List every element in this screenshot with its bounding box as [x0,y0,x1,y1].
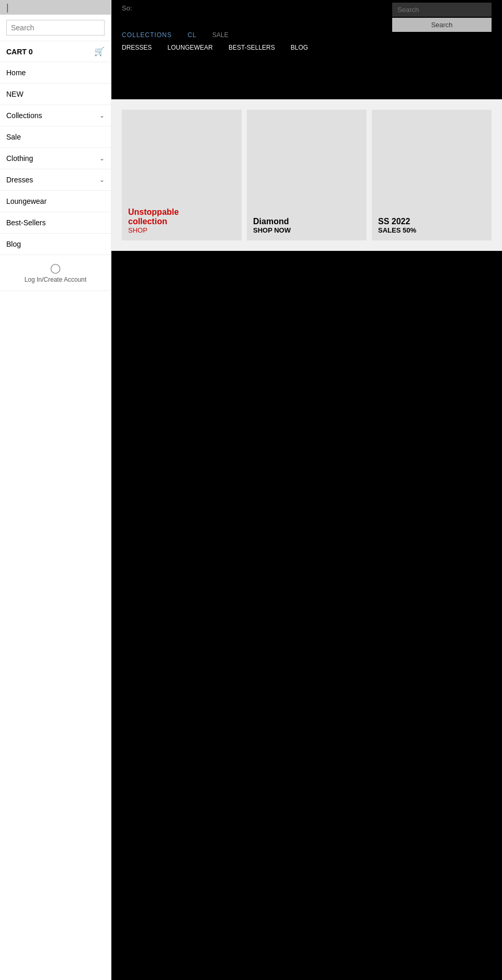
sidebar-item-label: Home [6,68,26,77]
main-content: So: Search COLLECTIONS CL SALE DRESSES L… [111,0,502,980]
nav-link-collections[interactable]: COLLECTIONS [122,31,172,39]
chevron-down-icon: ⌄ [99,112,105,119]
nav-search-area: Search [392,3,492,32]
collection-card-unstoppable[interactable]: Unstoppable collection SHOP [122,110,242,240]
sidebar-login-row[interactable]: ◯ Log In/Create Account [0,255,111,291]
top-nav-links-row2: DRESSES LOUNGEWEAR BEST-SELLERS BLOG [111,44,502,51]
collection-card-title: Diamond [253,217,360,226]
sidebar-item-label: Sale [6,133,21,141]
collections-section: Unstoppable collection SHOP Diamond SHOP… [111,99,502,251]
sidebar-search-row [0,15,111,41]
nav-link-sale[interactable]: SALE [212,31,229,39]
sidebar-item-home[interactable]: Home [0,62,111,84]
cart-label: CART 0 [6,48,94,56]
collection-card-title-line2: collection [128,217,235,226]
collection-card-cta[interactable]: SHOP [128,226,235,234]
sidebar-item-blog[interactable]: Blog [0,234,111,255]
cart-icon: 🛒 [94,47,105,56]
lower-black-section [111,251,502,878]
user-icon: ◯ [50,262,61,274]
nav-link-loungewear[interactable]: LOUNGEWEAR [167,44,213,51]
sidebar-item-bestsellers[interactable]: Best-Sellers [0,212,111,234]
sidebar: | CART 0 🛒 Home NEW Collections ⌄ Sale C… [0,0,111,980]
collection-card-cta[interactable]: SHOP NOW [253,226,360,234]
sidebar-item-label: Collections [6,111,42,120]
sidebar-item-label: Blog [6,240,21,248]
sidebar-item-label: Best-Sellers [6,218,45,227]
nav-link-blog[interactable]: BLOG [291,44,308,51]
sidebar-item-label: Clothing [6,154,33,163]
nav-search-input[interactable] [392,3,492,17]
nav-link-bestsellers[interactable]: BEST-SELLERS [229,44,275,51]
collection-card-diamond[interactable]: Diamond SHOP NOW [247,110,367,240]
collection-card-ss2022[interactable]: SS 2022 SALES 50% [372,110,492,240]
sidebar-item-label: Loungewear [6,197,47,205]
top-nav: So: Search COLLECTIONS CL SALE DRESSES L… [111,0,502,99]
top-nav-links-row1: COLLECTIONS CL SALE [111,31,502,39]
sidebar-cart-row[interactable]: CART 0 🛒 [0,41,111,62]
sidebar-item-sale[interactable]: Sale [0,126,111,148]
chevron-down-icon: ⌄ [99,176,105,183]
sidebar-item-label: NEW [6,90,24,98]
nav-link-cl[interactable]: CL [188,31,197,39]
sidebar-item-label: Dresses [6,176,33,184]
brand-label: So: [122,4,132,12]
sidebar-top-bar: | [0,0,111,15]
collection-card-sales: SALES 50% [378,226,485,234]
chevron-down-icon: ⌄ [99,155,105,162]
sidebar-search-input[interactable] [6,20,105,36]
sidebar-item-collections[interactable]: Collections ⌄ [0,105,111,126]
sidebar-item-dresses[interactable]: Dresses ⌄ [0,169,111,191]
collection-card-title-line1: Unstoppable [128,207,235,217]
sidebar-item-clothing[interactable]: Clothing ⌄ [0,148,111,169]
sidebar-item-new[interactable]: NEW [0,84,111,105]
collection-card-title: SS 2022 [378,217,485,226]
nav-search-button[interactable]: Search [392,18,492,32]
login-label: Log In/Create Account [25,276,87,283]
nav-link-dresses[interactable]: DRESSES [122,44,152,51]
top-nav-upper: So: Search [111,0,502,16]
sidebar-item-loungewear[interactable]: Loungewear [0,191,111,212]
menu-icon: | [6,2,9,13]
